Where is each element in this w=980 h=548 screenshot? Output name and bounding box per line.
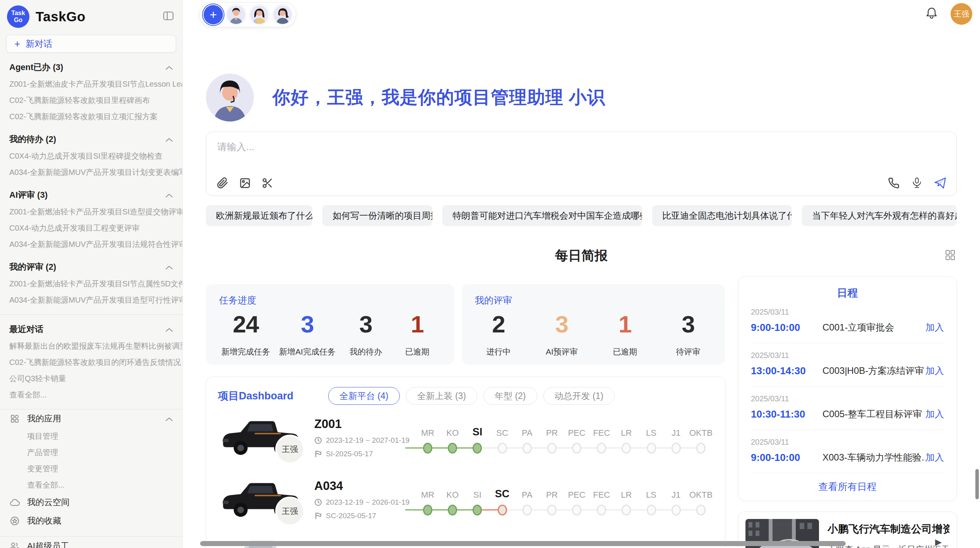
suggestion-chip[interactable]: 欧洲新规最近颁布了什么? bbox=[206, 205, 312, 226]
sidebar-item[interactable]: C0X4-动力总成开发项目SI里程碑提交物检查 bbox=[0, 148, 182, 164]
project-code: A034 bbox=[314, 479, 413, 493]
sidebar-item[interactable]: A034-全新新能源MUV产品开发项目计划变更表编写 bbox=[0, 164, 182, 180]
microphone-icon[interactable] bbox=[911, 177, 923, 189]
send-icon[interactable] bbox=[934, 177, 946, 189]
stat-new-ai-done: 3 新增AI完成任务 bbox=[279, 310, 336, 357]
suggestion-chip[interactable]: 比亚迪全固态电池计划具体说了什么 bbox=[652, 205, 792, 226]
milestone-node bbox=[473, 443, 482, 454]
tab-powertrain[interactable]: 动总开发 (1) bbox=[543, 387, 615, 405]
sidebar-scroll: Agent已办 (3) Z001-全新燃油皮卡产品开发项目SI节点Lesson … bbox=[0, 59, 182, 548]
app-item-change-mgmt[interactable]: 变更管理 bbox=[0, 461, 182, 477]
milestone-node bbox=[547, 505, 557, 515]
notification-bell-icon[interactable] bbox=[925, 7, 938, 21]
columns: 任务进度 24 新增完成任务 3 新增AI完成任务 bbox=[206, 276, 957, 548]
logo-line-2: Go bbox=[14, 17, 22, 24]
join-link[interactable]: 加入 bbox=[925, 321, 944, 334]
join-link[interactable]: 加入 bbox=[925, 408, 944, 420]
horizontal-scrollbar[interactable] bbox=[200, 541, 846, 546]
sidebar-header: Task Go TaskGo bbox=[0, 0, 182, 30]
milestone-label: FEC bbox=[589, 422, 614, 438]
sidebar-item[interactable]: Z001-全新燃油皮卡产品开发项目SI节点Lesson Learn报告 bbox=[0, 76, 182, 92]
scroll-right-arrow[interactable]: ▶ bbox=[935, 537, 942, 547]
milestone-node bbox=[696, 443, 706, 454]
vertical-scrollbar[interactable] bbox=[975, 469, 979, 499]
sidebar-item[interactable]: C02-飞腾新能源轻客改款项目里程碑画布 bbox=[0, 92, 182, 108]
milestone-label: FEC bbox=[589, 484, 614, 500]
sidebar-item[interactable]: A034-全新新能源MUV产品开发项目法规符合性评审 bbox=[0, 236, 182, 252]
composer-right-actions bbox=[887, 177, 946, 189]
join-link[interactable]: 加入 bbox=[925, 451, 944, 464]
section-ai-review[interactable]: AI评审 (3) bbox=[0, 187, 182, 204]
recent-chat-view-all[interactable]: 查看全部... bbox=[0, 387, 182, 403]
clock-icon bbox=[314, 437, 322, 444]
sidebar-item-ai-employee[interactable]: AI超级员工 bbox=[0, 537, 182, 548]
section-recent-chats[interactable]: 最近对话 bbox=[0, 321, 182, 338]
milestone-label: SC bbox=[490, 484, 514, 500]
stat-review-overdue: 1 已逾期 bbox=[604, 310, 646, 357]
chat-input[interactable] bbox=[217, 141, 836, 152]
view-all-schedule-link[interactable]: 查看所有日程 bbox=[738, 473, 956, 500]
image-icon[interactable] bbox=[239, 177, 251, 189]
schedule-date: 2025/03/11 bbox=[751, 308, 944, 317]
suggestion-chip[interactable]: 如何写一份清晰的项目周报 bbox=[322, 205, 432, 226]
stat-value: 3 bbox=[540, 310, 583, 338]
schedule-date: 2025/03/11 bbox=[751, 351, 944, 360]
tab-new-body[interactable]: 全新上装 (3) bbox=[406, 387, 478, 405]
recent-chat-item[interactable]: 公司Q3轻卡销量 bbox=[0, 370, 182, 387]
section-my-review[interactable]: 我的评审 (2) bbox=[0, 259, 182, 276]
sidebar-item-my-cloud[interactable]: 我的云空间 bbox=[0, 493, 182, 512]
project-row-a034[interactable]: 王强 A034 2023-12-19 ~ 2026-01-19 bbox=[218, 471, 713, 529]
sidebar-item[interactable]: Z001-全新燃油轻卡产品开发项目SI造型提交物评审 bbox=[0, 204, 182, 220]
user-avatar[interactable]: 王强 bbox=[951, 3, 972, 25]
attachment-icon[interactable] bbox=[216, 177, 229, 189]
new-chat-button[interactable]: + 新对话 bbox=[6, 35, 176, 53]
chevron-up-icon bbox=[165, 262, 173, 272]
schedule-title: 日程 bbox=[738, 286, 956, 300]
layout-grid-icon[interactable] bbox=[944, 249, 956, 262]
join-link[interactable]: 加入 bbox=[925, 365, 944, 377]
project-row-z001[interactable]: 王强 Z001 2023-12-19 ~ 2027-01-19 bbox=[218, 409, 713, 467]
suggestion-chip[interactable]: 特朗普可能对进口汽车增税会对中国车企造成哪些影响 bbox=[442, 205, 642, 226]
app-item-project-mgmt[interactable]: 项目管理 bbox=[0, 428, 182, 444]
tab-new-platform[interactable]: 全新平台 (4) bbox=[328, 387, 400, 405]
sidebar-item[interactable]: Z001-全新燃油轻卡产品开发项目SI节点属性5D文件评审 bbox=[0, 276, 182, 292]
sidebar-item-my-apps[interactable]: 我的应用 bbox=[0, 409, 182, 428]
app-item-product-mgmt[interactable]: 产品管理 bbox=[0, 444, 182, 461]
recent-chat-item[interactable]: C02-飞腾新能源轻客改款项目的闭环通告反馈情况 bbox=[0, 354, 182, 370]
section-agent-done[interactable]: Agent已办 (3) bbox=[0, 59, 182, 76]
sidebar-item[interactable]: A034-全新新能源MUV产品开发项目造型可行性评审 bbox=[0, 292, 182, 308]
section-title: 我的评审 (2) bbox=[9, 261, 56, 273]
plus-icon: + bbox=[14, 38, 20, 50]
avatar[interactable] bbox=[272, 5, 293, 25]
sidebar-item-my-favorites[interactable]: 我的收藏 bbox=[0, 512, 182, 530]
milestone-node bbox=[622, 443, 631, 454]
stat-overdue: 1 已逾期 bbox=[396, 310, 439, 357]
stat-value: 3 bbox=[279, 310, 336, 338]
recent-chat-item[interactable]: 解释最新出台的欧盟报废车法规再生塑料比例被调至15%... bbox=[0, 338, 182, 354]
milestone-label: PEC bbox=[564, 484, 589, 500]
avatar[interactable] bbox=[226, 5, 246, 25]
phone-icon[interactable] bbox=[887, 177, 900, 189]
chevron-up-icon bbox=[165, 190, 173, 200]
milestone-node bbox=[672, 443, 681, 454]
sidebar-item[interactable]: C02-飞腾新能源轻客改款项目立项汇报方案 bbox=[0, 108, 182, 125]
scissors-icon[interactable] bbox=[261, 177, 274, 189]
schedule-date: 2025/03/11 bbox=[751, 438, 944, 447]
milestone-label: PA bbox=[515, 422, 540, 438]
schedule-item: 2025/03/11 9:00-10:00 C001-立项审批会 加入 bbox=[751, 300, 944, 343]
apps-grid-icon bbox=[9, 413, 20, 424]
stats: 24 新增完成任务 3 新增AI完成任务 3 我的待办 bbox=[219, 310, 441, 357]
stat-value: 24 bbox=[221, 310, 270, 338]
milestone-label: PR bbox=[540, 484, 564, 500]
sidebar-item[interactable]: C0X4-动力总成开发项目工程变更评审 bbox=[0, 220, 182, 236]
project-media: 王强 bbox=[218, 413, 309, 462]
add-session-button[interactable]: + bbox=[204, 5, 223, 24]
avatar[interactable] bbox=[249, 5, 269, 25]
app-item-view-all[interactable]: 查看全部... bbox=[0, 477, 182, 493]
section-my-todo[interactable]: 我的待办 (2) bbox=[0, 131, 182, 148]
stat-in-progress: 2 进行中 bbox=[477, 310, 520, 357]
card-title: 我的评审 bbox=[475, 294, 712, 307]
suggestion-chip[interactable]: 当下年轻人对汽车外观有怎样的喜好趋势 bbox=[802, 205, 957, 226]
sidebar-collapse-icon[interactable] bbox=[163, 11, 174, 22]
tab-model-year[interactable]: 年型 (2) bbox=[483, 387, 537, 405]
